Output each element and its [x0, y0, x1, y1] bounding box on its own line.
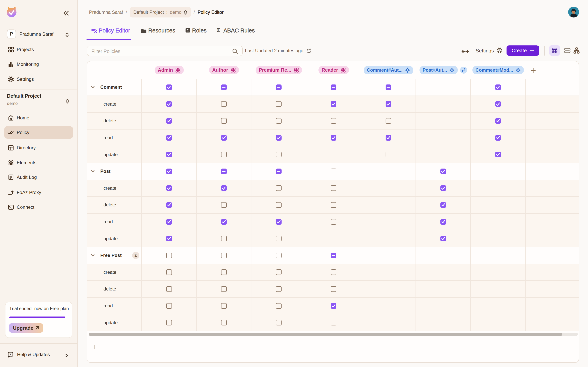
svg-text:?: ?: [9, 353, 11, 356]
